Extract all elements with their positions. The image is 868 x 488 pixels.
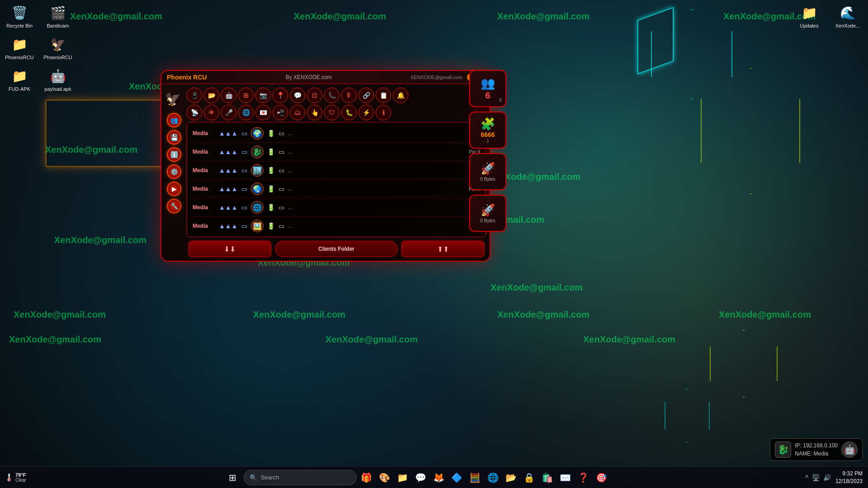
device-5-battery: 🔋 xyxy=(267,204,275,211)
device-row-5[interactable]: Media ▲▲▲ ▭ 🌐 🔋 ▭ ... Pie 9 xyxy=(189,198,484,217)
device-2-name: Media xyxy=(193,149,215,155)
device-4-avatar: 🌏 xyxy=(251,183,264,195)
device-6-screen: ▭ xyxy=(241,222,247,230)
toolbar-location[interactable]: 📍 xyxy=(273,88,288,103)
toolbar-sms[interactable]: 💌 xyxy=(255,105,271,120)
device-3-battery: 🔋 xyxy=(267,167,275,174)
taskbar-gift-app[interactable]: 🎁 xyxy=(359,469,375,486)
right-panel-extensions[interactable]: 🧩 6666 1 xyxy=(469,112,506,149)
taskbar-bitwarden-app[interactable]: 🔒 xyxy=(521,469,538,486)
device-row-3[interactable]: Media ▲▲▲ ▭ 🏙️ 🔋 ▭ ... Pie 9 xyxy=(189,161,484,180)
ip-dragon-icon: 🐉 xyxy=(775,441,791,458)
taskbar-calc-app[interactable]: 🧮 xyxy=(467,469,483,486)
updates-icon[interactable]: 📁 Updates xyxy=(793,4,825,28)
taskbar-azure-app[interactable]: 🔷 xyxy=(449,469,465,486)
taskbar-layers-app[interactable]: 🎯 xyxy=(594,469,610,486)
toolbar-mic[interactable]: 🎙 xyxy=(341,88,357,103)
wrench-left-btn[interactable]: 🔧 xyxy=(167,199,181,213)
search-bar[interactable]: 🔍 Search xyxy=(244,470,357,485)
tray-chevron[interactable]: ^ xyxy=(804,473,809,482)
taskbar: 🌡️ 79°F Clear ⊞ 🔍 Search 🎁 🎨 📁 💬 🦊 🔷 🧮 🌐… xyxy=(0,466,868,488)
device-5-signal: ▭ xyxy=(278,204,284,211)
toolbar-bug[interactable]: 🐛 xyxy=(341,105,357,120)
toolbar-clipboard[interactable]: 📋 xyxy=(376,88,391,103)
toolbar-wifi2[interactable]: 📡 xyxy=(187,105,202,120)
toolbar-call[interactable]: 📞 xyxy=(324,88,340,103)
info-left-btn[interactable]: ℹ️ xyxy=(167,147,181,162)
toolbar-globe[interactable]: 🌐 xyxy=(238,105,254,120)
device-4-signal: ▭ xyxy=(278,185,284,192)
tray-speaker[interactable]: 🔊 xyxy=(822,473,832,482)
device-1-battery: 🔋 xyxy=(267,130,275,137)
device-2-wifi: ▲▲▲ xyxy=(219,148,238,155)
toolbar-chat[interactable]: 💬 xyxy=(290,88,305,103)
recycle-bin-icon[interactable]: 🗑️ Recycle Bin xyxy=(4,4,35,28)
toolbar-camera[interactable]: 📷 xyxy=(255,88,271,103)
clock-display[interactable]: 9:32 PM 12/18/2023 xyxy=(835,470,863,485)
toolbar-screen[interactable]: ⊡ xyxy=(307,88,322,103)
device-5-name: Media xyxy=(193,204,215,211)
ip-text: IP: 192.168.0.100 NAME: Media xyxy=(795,441,838,458)
toolbar-mic2[interactable]: 🎤 xyxy=(221,105,236,120)
system-tray: ^ 🖥️ 🔊 xyxy=(804,473,832,482)
right-panel-users[interactable]: 👥 6 6 xyxy=(469,70,506,107)
phoenix-logo: 🦅 xyxy=(162,88,184,110)
taskbar-palette-app[interactable]: 🎨 xyxy=(377,469,393,486)
scroll-down-button[interactable]: ⬇⬇ xyxy=(189,241,271,257)
window-title-email: XENXODE@gmail.com xyxy=(410,75,462,80)
toolbar-tap[interactable]: 👆 xyxy=(307,105,322,120)
fud-apk-icon[interactable]: 📁 FUD-APK xyxy=(4,67,35,92)
right-panel-rocket-2[interactable]: 🚀 0 Bytes xyxy=(469,195,506,232)
device-6-battery: 🔋 xyxy=(267,222,275,230)
toolbar-link[interactable]: 🔗 xyxy=(359,88,374,103)
save-left-btn[interactable]: 💾 xyxy=(167,130,181,145)
device-2-avatar: 🐉 xyxy=(251,145,264,158)
taskbar-mail-app[interactable]: ✉️ xyxy=(557,469,574,486)
device-3-name: Media xyxy=(193,167,215,174)
toolbar-power[interactable]: ⚡ xyxy=(359,105,374,120)
toolbar-info2[interactable]: ℹ xyxy=(376,105,391,120)
device-4-name: Media xyxy=(193,186,215,192)
taskbar-discord-app[interactable]: 💬 xyxy=(413,469,429,486)
taskbar-files-app[interactable]: 📁 xyxy=(395,469,411,486)
toolbar-eye[interactable]: 👁 xyxy=(204,105,219,120)
tray-display[interactable]: 🖥️ xyxy=(811,473,821,482)
device-2-battery: 🔋 xyxy=(267,148,275,155)
device-4-screen: ▭ xyxy=(241,185,247,192)
toolbar-phone[interactable]: 📱 xyxy=(187,88,202,103)
toolbar-phone2[interactable]: 📲 xyxy=(273,105,288,120)
settings-left-btn[interactable]: ⚙️ xyxy=(167,164,181,179)
bandicam-icon[interactable]: 🎬 Bandicam xyxy=(42,4,74,28)
toolbar-bell[interactable]: 🔔 xyxy=(393,88,408,103)
device-1-avatar: 🌍 xyxy=(251,127,264,140)
clients-folder-button[interactable]: Clients Folder xyxy=(275,241,398,257)
taskbar-edge-app[interactable]: 🌐 xyxy=(485,469,501,486)
left-sidebar: 🦅 👥 💾 ℹ️ ⚙️ ▶ 🔧 xyxy=(165,88,183,257)
toolbar-files[interactable]: 🗂 xyxy=(290,105,305,120)
play-left-btn[interactable]: ▶ xyxy=(167,182,181,196)
start-menu-button[interactable]: ⊞ xyxy=(224,469,242,487)
device-row-6[interactable]: Media ▲▲▲ ▭ 🖼️ 🔋 ▭ ... Pie 9 xyxy=(189,217,484,235)
users-left-btn[interactable]: 👥 xyxy=(167,113,181,127)
right-panel-rocket-1[interactable]: 🚀 0 Bytes xyxy=(469,153,506,190)
device-1-screen: ▭ xyxy=(241,130,247,137)
phoenix-rcu-window: Phoenix RCU By XENXODE.com XENXODE@gmail… xyxy=(160,70,491,262)
phoenixrcu-1-icon[interactable]: 📁 PhoenixRCU xyxy=(4,35,35,60)
device-6-name: Media xyxy=(193,223,215,229)
device-row-1[interactable]: Media ▲▲▲ ▭ 🌍 🔋 ▭ ... Pie 9 xyxy=(189,124,484,143)
payload-apk-icon[interactable]: 🤖 payload.apk xyxy=(42,67,74,92)
taskbar-store-app[interactable]: 🛍️ xyxy=(539,469,556,486)
toolbar-android[interactable]: 🤖 xyxy=(221,88,236,103)
scroll-up-button[interactable]: ⬆⬆ xyxy=(401,241,484,257)
device-row-2[interactable]: Media ▲▲▲ ▭ 🐉 🔋 ▭ ... Pie 9 xyxy=(189,143,484,161)
toolbar-folder[interactable]: 📂 xyxy=(204,88,219,103)
xenxode-icon[interactable]: 🌊 XenXode... xyxy=(832,4,863,28)
device-row-4[interactable]: Media ▲▲▲ ▭ 🌏 🔋 ▭ ... Pie 9 xyxy=(189,180,484,198)
toolbar-shield[interactable]: 🛡 xyxy=(324,105,340,120)
taskbar-firefox-app[interactable]: 🦊 xyxy=(431,469,447,486)
device-5-dots: ... xyxy=(288,204,292,211)
taskbar-explorer-app[interactable]: 📂 xyxy=(503,469,519,486)
taskbar-support-app[interactable]: ❓ xyxy=(576,469,592,486)
toolbar-grid[interactable]: ⊞ xyxy=(238,88,254,103)
phoenixrcu-2-icon[interactable]: 🦅 PhoenixRCU xyxy=(42,35,74,60)
